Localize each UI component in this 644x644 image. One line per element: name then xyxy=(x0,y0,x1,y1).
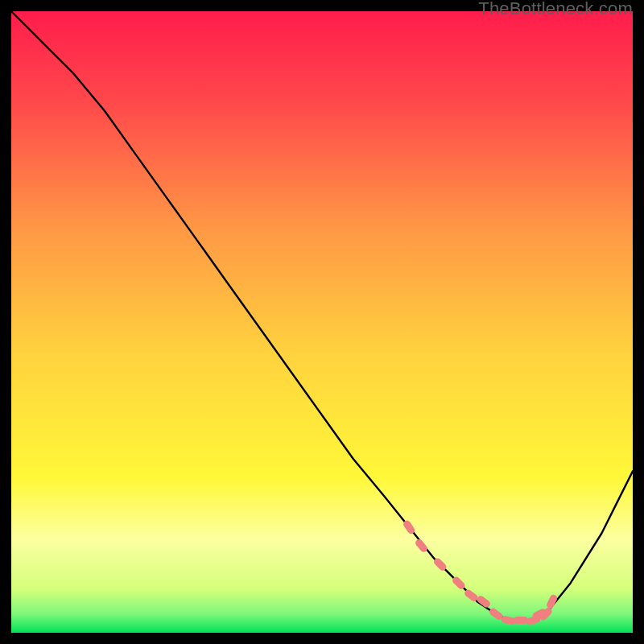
marker-dot xyxy=(402,519,415,535)
marker-dot xyxy=(546,593,559,609)
plot-area xyxy=(11,11,633,633)
optimal-range-markers xyxy=(11,11,633,633)
marker-dot xyxy=(432,557,448,572)
marker-dot xyxy=(451,576,466,591)
marker-dot xyxy=(476,594,492,609)
chart-frame: TheBottleneck.com xyxy=(0,0,644,644)
marker-dot xyxy=(414,538,428,554)
marker-dot xyxy=(463,588,479,603)
marker-dot xyxy=(514,617,528,624)
watermark-text: TheBottleneck.com xyxy=(478,0,633,18)
